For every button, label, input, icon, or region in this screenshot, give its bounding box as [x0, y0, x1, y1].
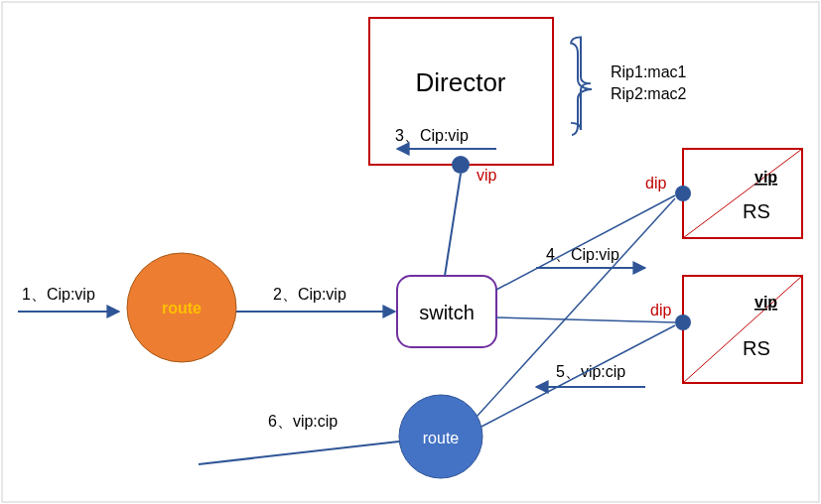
director-switch-link: [445, 174, 461, 276]
rs2-label: RS: [743, 337, 770, 359]
route-left-label: route: [162, 300, 202, 316]
rip1-note: Rip1:mac1: [611, 63, 687, 80]
switch-rs2-link: [496, 317, 675, 322]
step3-label: 3、Cip:vip: [395, 127, 469, 144]
rs1-vip-label: vip: [754, 169, 777, 186]
step5-label: 5、vip:cip: [556, 363, 625, 380]
rs1-dip-port: [675, 186, 691, 201]
rs2-dip-label: dip: [650, 302, 671, 318]
director-label: Director: [415, 67, 505, 97]
step1-label: 1、Cip:vip: [22, 286, 95, 303]
rs2-route-link: [481, 325, 675, 427]
route-bottom-label: route: [423, 430, 460, 446]
director-vip-label: vip: [477, 167, 497, 184]
switch-label: switch: [419, 302, 475, 323]
switch-rs1-link: [496, 195, 675, 290]
step2-label: 2、Cip:vip: [273, 286, 346, 303]
step6-line: [199, 441, 399, 464]
bracket: [571, 37, 591, 130]
rs2-vip-label: vip: [754, 294, 777, 311]
rs1-route-link: [477, 198, 675, 417]
director-vip-port: [452, 156, 470, 174]
rip2-note: Rip2:mac2: [611, 85, 687, 102]
rs1-dip-label: dip: [645, 175, 666, 191]
step6-label: 6、vip:cip: [268, 413, 338, 430]
step4-label: 4、Cip:vip: [546, 246, 619, 263]
network-diagram: Director Rip1:mac1 Rip2:mac2 vip 3、Cip:v…: [0, 0, 821, 504]
rs1-label: RS: [743, 200, 770, 222]
rs2-dip-port: [675, 315, 691, 330]
